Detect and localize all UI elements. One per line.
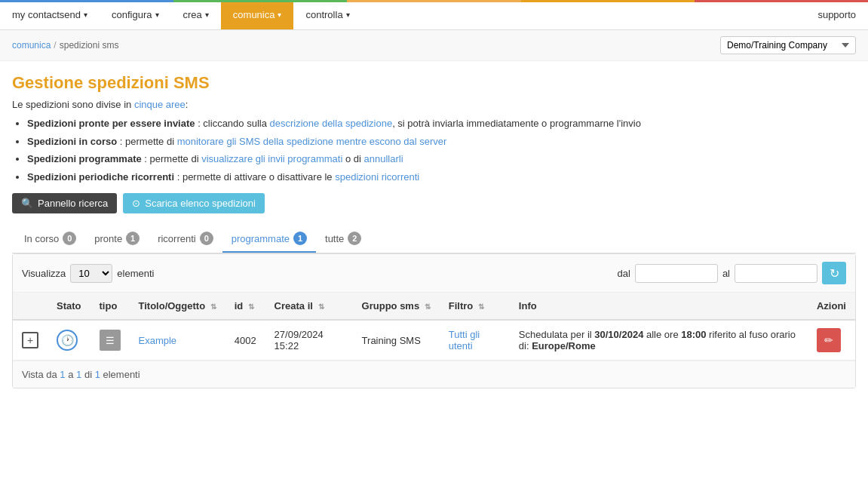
feature-list: Spedizioni pronte per essere inviate : c… bbox=[27, 116, 856, 184]
bullet-link-4: spedizioni ricorrenti bbox=[335, 171, 419, 183]
nav-my-contactsend[interactable]: my contactsend ▾ bbox=[0, 0, 100, 29]
cell-gruppo: Training SMS bbox=[353, 320, 440, 361]
table-section: Visualizza 10 25 50 100 elementi dal al … bbox=[12, 253, 856, 388]
sort-id-icon: ⇅ bbox=[248, 302, 254, 311]
breadcrumb: comunica / spedizioni sms bbox=[12, 40, 118, 51]
shipment-title-link[interactable]: Example bbox=[139, 335, 177, 346]
search-panel-button[interactable]: 🔍 Pannello ricerca bbox=[12, 193, 117, 213]
nav-crea-caret: ▾ bbox=[205, 11, 209, 19]
cell-stato: 🕐 bbox=[48, 320, 90, 361]
elements-label: elementi bbox=[117, 268, 154, 279]
show-label: Visualizza bbox=[22, 268, 66, 279]
main-content: Gestione spedizioni SMS Le spedizioni so… bbox=[0, 61, 868, 401]
info-text: Schedulata per il 30/10/2024 alle ore 18… bbox=[519, 329, 796, 351]
breadcrumb-bar: comunica / spedizioni sms Demo/Training … bbox=[0, 30, 868, 61]
cell-creata: 27/09/2024 15:22 bbox=[265, 320, 353, 361]
cell-expand: + bbox=[13, 320, 48, 361]
cell-azioni: ✏ bbox=[808, 320, 855, 361]
tab-in-corso[interactable]: In corso 0 bbox=[15, 226, 85, 253]
tab-badge-tutte: 2 bbox=[348, 232, 361, 245]
bullet-link-2: monitorare gli SMS della spedizione ment… bbox=[177, 136, 447, 147]
action-buttons: 🔍 Pannello ricerca ⊙ Scarica elenco sped… bbox=[12, 193, 856, 213]
nav-controlla[interactable]: controlla ▾ bbox=[293, 0, 361, 29]
breadcrumb-separator: / bbox=[54, 40, 56, 51]
list-item: Spedizioni programmate : permette di vis… bbox=[27, 152, 856, 167]
cell-titolo: Example bbox=[130, 320, 225, 361]
nav-spacer bbox=[362, 0, 806, 29]
table-footer: Vista da 1 a 1 di 1 elementi bbox=[13, 361, 855, 388]
per-page-select[interactable]: 10 25 50 100 bbox=[70, 264, 112, 283]
tab-ricorrenti[interactable]: ricorrenti 0 bbox=[149, 226, 222, 253]
col-info: Info bbox=[510, 293, 808, 320]
nav-configura[interactable]: configura ▾ bbox=[100, 0, 170, 29]
bullet-bold-4: Spedizioni periodiche ricorrenti bbox=[27, 171, 174, 183]
download-list-button[interactable]: ⊙ Scarica elenco spedizioni bbox=[123, 193, 265, 213]
intro-highlight: cinque aree bbox=[134, 99, 186, 110]
nav-my-contactsend-caret: ▾ bbox=[84, 11, 87, 19]
info-date: 30/10/2024 bbox=[594, 329, 643, 340]
col-id: id ⇅ bbox=[225, 293, 265, 320]
search-icon: 🔍 bbox=[21, 198, 33, 209]
list-item: Spedizioni periodiche ricorrenti : perme… bbox=[27, 170, 856, 185]
tab-programmate[interactable]: programmate 1 bbox=[222, 226, 316, 253]
sort-creata-icon: ⇅ bbox=[318, 302, 324, 311]
nav-configura-caret: ▾ bbox=[155, 11, 159, 19]
breadcrumb-home[interactable]: comunica bbox=[12, 40, 51, 51]
cell-filtro: Tutti gli utenti bbox=[440, 320, 510, 361]
shipments-table: Stato tipo Titolo/Oggetto ⇅ id ⇅ Creata … bbox=[13, 293, 855, 361]
tab-badge-pronte: 1 bbox=[126, 232, 140, 245]
col-expand bbox=[13, 293, 48, 320]
nav-comunica-caret: ▾ bbox=[278, 11, 281, 19]
from-label: dal bbox=[618, 268, 630, 279]
intro-text: Le spedizioni sono divise in cinque aree… bbox=[12, 99, 856, 110]
footer-to[interactable]: 1 bbox=[76, 369, 81, 380]
top-navigation: my contactsend ▾ configura ▾ crea ▾ comu… bbox=[0, 0, 868, 30]
info-timezone: Europe/Rome bbox=[532, 340, 596, 351]
footer-total[interactable]: 1 bbox=[95, 369, 100, 380]
bullet-link-1: descrizione della spedizione bbox=[270, 118, 393, 129]
type-list-icon: ☰ bbox=[100, 330, 121, 351]
sort-filtro-icon: ⇅ bbox=[478, 302, 484, 311]
refresh-button[interactable]: ↻ bbox=[822, 262, 846, 284]
bullet-link-3: visualizzare gli invii programmati bbox=[201, 153, 342, 164]
info-time: 18:00 bbox=[681, 329, 706, 340]
table-controls-right: dal al ↻ bbox=[618, 262, 846, 284]
nav-support: supporto bbox=[805, 0, 868, 29]
date-from-input[interactable] bbox=[635, 264, 718, 283]
filter-link[interactable]: Tutti gli utenti bbox=[449, 329, 480, 351]
download-icon: ⊙ bbox=[132, 198, 140, 209]
to-label: al bbox=[722, 268, 730, 279]
bullet-bold-1: Spedizioni pronte per essere inviate bbox=[27, 118, 195, 129]
company-selector[interactable]: Demo/Training Company bbox=[720, 36, 856, 54]
tab-badge-ricorrenti: 0 bbox=[200, 232, 213, 245]
cell-id: 4002 bbox=[225, 320, 265, 361]
col-azioni: Azioni bbox=[808, 293, 855, 320]
status-scheduled-icon: 🕐 bbox=[57, 330, 78, 351]
expand-icon[interactable]: + bbox=[22, 332, 38, 348]
tab-badge-programmate: 1 bbox=[293, 232, 307, 245]
sort-gruppo-icon: ⇅ bbox=[425, 302, 431, 311]
nav-crea[interactable]: crea ▾ bbox=[171, 0, 221, 29]
date-to-input[interactable] bbox=[735, 264, 817, 283]
cell-tipo: ☰ bbox=[90, 320, 130, 361]
bullet-bold-2: Spedizioni in corso bbox=[27, 136, 117, 147]
tabs: In corso 0 pronte 1 ricorrenti 0 program… bbox=[12, 226, 856, 253]
nav-comunica[interactable]: comunica ▾ bbox=[221, 0, 294, 29]
edit-button[interactable]: ✏ bbox=[817, 328, 841, 352]
table-controls-left: Visualizza 10 25 50 100 elementi bbox=[22, 264, 154, 283]
tab-tutte[interactable]: tutte 2 bbox=[316, 226, 370, 253]
col-filtro: Filtro ⇅ bbox=[440, 293, 510, 320]
nav-controlla-caret: ▾ bbox=[346, 11, 350, 19]
tab-badge-in-corso: 0 bbox=[63, 232, 76, 245]
list-item: Spedizioni in corso : permette di monito… bbox=[27, 134, 856, 149]
footer-from[interactable]: 1 bbox=[60, 369, 65, 380]
breadcrumb-current: spedizioni sms bbox=[60, 40, 119, 51]
tab-pronte[interactable]: pronte 1 bbox=[85, 226, 149, 253]
table-controls: Visualizza 10 25 50 100 elementi dal al … bbox=[13, 254, 855, 293]
bullet-link-3b: annullarli bbox=[364, 153, 403, 164]
col-tipo: tipo bbox=[90, 293, 130, 320]
bullet-bold-3: Spedizioni programmate bbox=[27, 153, 142, 164]
company-select-input[interactable]: Demo/Training Company bbox=[720, 36, 856, 54]
col-creata: Creata il ⇅ bbox=[265, 293, 353, 320]
col-gruppo: Gruppo sms ⇅ bbox=[353, 293, 440, 320]
